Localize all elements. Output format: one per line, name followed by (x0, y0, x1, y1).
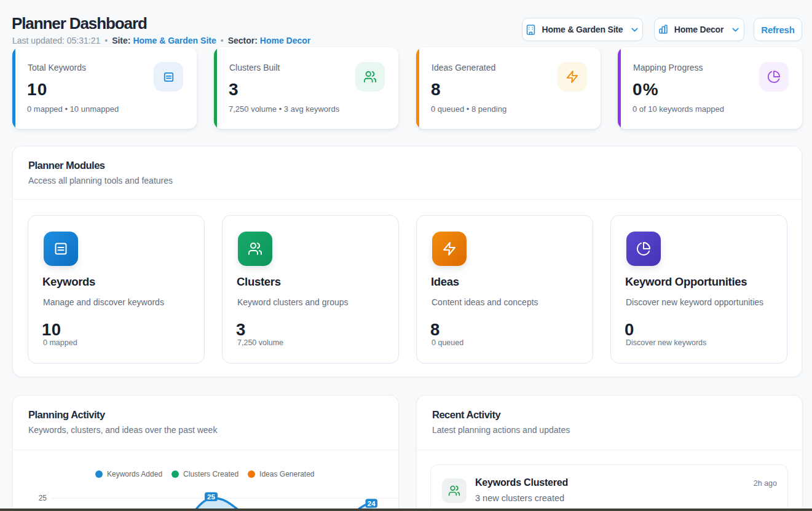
svg-text:24: 24 (368, 500, 376, 507)
svg-text:25: 25 (39, 494, 47, 502)
svg-text:25: 25 (207, 493, 215, 501)
